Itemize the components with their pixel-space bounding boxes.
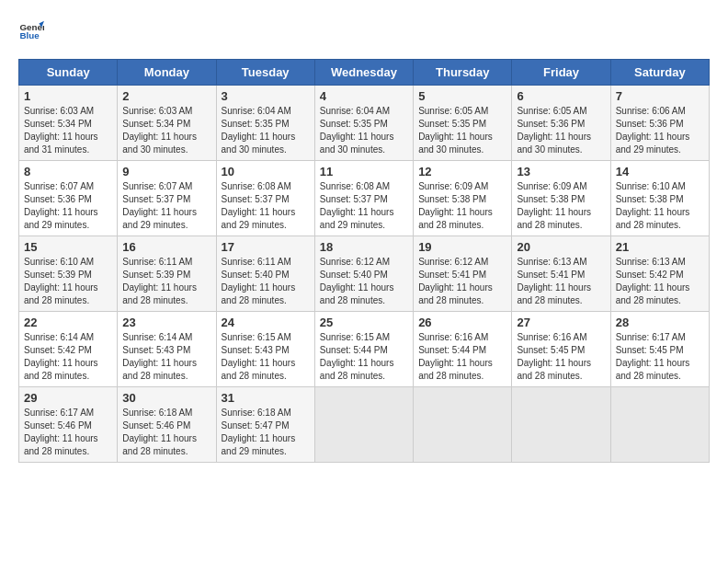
day-info: Sunrise: 6:12 AM Sunset: 5:40 PM Dayligh… xyxy=(320,256,408,307)
weekday-header: Sunday xyxy=(19,60,118,86)
day-info: Sunrise: 6:15 AM Sunset: 5:44 PM Dayligh… xyxy=(320,331,408,383)
day-number: 21 xyxy=(616,240,704,254)
calendar-cell: 28Sunrise: 6:17 AM Sunset: 5:45 PM Dayli… xyxy=(610,312,709,387)
day-info: Sunrise: 6:04 AM Sunset: 5:35 PM Dayligh… xyxy=(222,105,310,156)
calendar-cell: 12Sunrise: 6:09 AM Sunset: 5:38 PM Dayli… xyxy=(414,161,512,236)
day-number: 14 xyxy=(616,165,704,178)
day-info: Sunrise: 6:05 AM Sunset: 5:36 PM Dayligh… xyxy=(517,105,605,156)
calendar-cell: 19Sunrise: 6:12 AM Sunset: 5:41 PM Dayli… xyxy=(414,236,512,312)
calendar-cell: 2Sunrise: 6:03 AM Sunset: 5:34 PM Daylig… xyxy=(118,86,216,161)
day-info: Sunrise: 6:14 AM Sunset: 5:43 PM Dayligh… xyxy=(122,331,210,383)
day-number: 16 xyxy=(122,240,210,254)
calendar-body: 1Sunrise: 6:03 AM Sunset: 5:34 PM Daylig… xyxy=(19,86,710,463)
calendar-cell: 29Sunrise: 6:17 AM Sunset: 5:46 PM Dayli… xyxy=(19,387,118,463)
calendar-cell xyxy=(512,387,610,463)
day-info: Sunrise: 6:10 AM Sunset: 5:38 PM Dayligh… xyxy=(616,180,704,232)
calendar-cell: 15Sunrise: 6:10 AM Sunset: 5:39 PM Dayli… xyxy=(19,236,118,312)
day-number: 6 xyxy=(517,89,605,103)
weekday-header: Friday xyxy=(512,60,610,86)
day-number: 25 xyxy=(320,316,408,329)
day-number: 27 xyxy=(517,316,605,329)
calendar-cell: 21Sunrise: 6:13 AM Sunset: 5:42 PM Dayli… xyxy=(610,236,709,312)
day-info: Sunrise: 6:16 AM Sunset: 5:44 PM Dayligh… xyxy=(418,331,506,383)
day-info: Sunrise: 6:09 AM Sunset: 5:38 PM Dayligh… xyxy=(517,180,605,232)
day-number: 23 xyxy=(122,316,210,329)
day-number: 2 xyxy=(122,89,210,103)
day-info: Sunrise: 6:08 AM Sunset: 5:37 PM Dayligh… xyxy=(222,180,310,232)
calendar-cell: 9Sunrise: 6:07 AM Sunset: 5:37 PM Daylig… xyxy=(118,161,216,236)
day-info: Sunrise: 6:07 AM Sunset: 5:36 PM Dayligh… xyxy=(24,180,112,232)
day-number: 20 xyxy=(517,240,605,254)
calendar-table: SundayMondayTuesdayWednesdayThursdayFrid… xyxy=(18,59,710,463)
calendar-cell: 31Sunrise: 6:18 AM Sunset: 5:47 PM Dayli… xyxy=(216,387,314,463)
calendar-week-row: 1Sunrise: 6:03 AM Sunset: 5:34 PM Daylig… xyxy=(19,86,710,161)
day-number: 11 xyxy=(320,165,408,178)
calendar-week-row: 29Sunrise: 6:17 AM Sunset: 5:46 PM Dayli… xyxy=(19,387,710,463)
weekday-header: Wednesday xyxy=(314,60,413,86)
calendar-cell: 17Sunrise: 6:11 AM Sunset: 5:40 PM Dayli… xyxy=(216,236,314,312)
calendar-cell xyxy=(414,387,512,463)
day-number: 10 xyxy=(222,165,310,178)
calendar-cell: 5Sunrise: 6:05 AM Sunset: 5:35 PM Daylig… xyxy=(414,86,512,161)
calendar-cell: 13Sunrise: 6:09 AM Sunset: 5:38 PM Dayli… xyxy=(512,161,610,236)
logo-icon: General Blue xyxy=(18,18,44,44)
day-number: 22 xyxy=(24,316,112,329)
day-info: Sunrise: 6:18 AM Sunset: 5:47 PM Dayligh… xyxy=(222,407,310,458)
calendar-cell: 18Sunrise: 6:12 AM Sunset: 5:40 PM Dayli… xyxy=(314,236,413,312)
day-number: 15 xyxy=(24,240,112,254)
day-info: Sunrise: 6:03 AM Sunset: 5:34 PM Dayligh… xyxy=(24,105,112,156)
calendar-week-row: 8Sunrise: 6:07 AM Sunset: 5:36 PM Daylig… xyxy=(19,161,710,236)
calendar-cell: 7Sunrise: 6:06 AM Sunset: 5:36 PM Daylig… xyxy=(610,86,709,161)
calendar-cell: 10Sunrise: 6:08 AM Sunset: 5:37 PM Dayli… xyxy=(216,161,314,236)
day-info: Sunrise: 6:15 AM Sunset: 5:43 PM Dayligh… xyxy=(222,331,310,383)
day-info: Sunrise: 6:13 AM Sunset: 5:41 PM Dayligh… xyxy=(517,256,605,307)
day-info: Sunrise: 6:13 AM Sunset: 5:42 PM Dayligh… xyxy=(616,256,704,307)
day-info: Sunrise: 6:04 AM Sunset: 5:35 PM Dayligh… xyxy=(320,105,408,156)
svg-text:Blue: Blue xyxy=(19,30,40,40)
day-number: 19 xyxy=(418,240,506,254)
calendar-cell: 4Sunrise: 6:04 AM Sunset: 5:35 PM Daylig… xyxy=(314,86,413,161)
calendar-cell: 23Sunrise: 6:14 AM Sunset: 5:43 PM Dayli… xyxy=(118,312,216,387)
day-number: 4 xyxy=(320,89,408,103)
day-number: 8 xyxy=(24,165,112,178)
calendar-cell: 14Sunrise: 6:10 AM Sunset: 5:38 PM Dayli… xyxy=(610,161,709,236)
day-info: Sunrise: 6:17 AM Sunset: 5:46 PM Dayligh… xyxy=(24,407,112,458)
calendar-cell: 25Sunrise: 6:15 AM Sunset: 5:44 PM Dayli… xyxy=(314,312,413,387)
weekday-header: Monday xyxy=(118,60,216,86)
calendar-week-row: 15Sunrise: 6:10 AM Sunset: 5:39 PM Dayli… xyxy=(19,236,710,312)
day-info: Sunrise: 6:08 AM Sunset: 5:37 PM Dayligh… xyxy=(320,180,408,232)
day-number: 28 xyxy=(616,316,704,329)
day-info: Sunrise: 6:06 AM Sunset: 5:36 PM Dayligh… xyxy=(616,105,704,156)
calendar-cell: 3Sunrise: 6:04 AM Sunset: 5:35 PM Daylig… xyxy=(216,86,314,161)
day-number: 30 xyxy=(122,391,210,405)
calendar-cell: 6Sunrise: 6:05 AM Sunset: 5:36 PM Daylig… xyxy=(512,86,610,161)
calendar-cell xyxy=(314,387,413,463)
weekday-header: Saturday xyxy=(610,60,709,86)
calendar-cell: 20Sunrise: 6:13 AM Sunset: 5:41 PM Dayli… xyxy=(512,236,610,312)
calendar-week-row: 22Sunrise: 6:14 AM Sunset: 5:42 PM Dayli… xyxy=(19,312,710,387)
day-number: 18 xyxy=(320,240,408,254)
day-info: Sunrise: 6:11 AM Sunset: 5:40 PM Dayligh… xyxy=(222,256,310,307)
calendar-cell: 1Sunrise: 6:03 AM Sunset: 5:34 PM Daylig… xyxy=(19,86,118,161)
page-header: General Blue xyxy=(18,18,710,44)
weekday-header: Thursday xyxy=(414,60,512,86)
day-info: Sunrise: 6:18 AM Sunset: 5:46 PM Dayligh… xyxy=(122,407,210,458)
calendar-cell: 11Sunrise: 6:08 AM Sunset: 5:37 PM Dayli… xyxy=(314,161,413,236)
calendar-cell: 30Sunrise: 6:18 AM Sunset: 5:46 PM Dayli… xyxy=(118,387,216,463)
day-info: Sunrise: 6:07 AM Sunset: 5:37 PM Dayligh… xyxy=(122,180,210,232)
day-info: Sunrise: 6:10 AM Sunset: 5:39 PM Dayligh… xyxy=(24,256,112,307)
day-number: 7 xyxy=(616,89,704,103)
day-number: 12 xyxy=(418,165,506,178)
day-info: Sunrise: 6:17 AM Sunset: 5:45 PM Dayligh… xyxy=(616,331,704,383)
day-info: Sunrise: 6:05 AM Sunset: 5:35 PM Dayligh… xyxy=(418,105,506,156)
day-number: 31 xyxy=(222,391,310,405)
weekday-header: Tuesday xyxy=(216,60,314,86)
day-number: 9 xyxy=(122,165,210,178)
day-info: Sunrise: 6:16 AM Sunset: 5:45 PM Dayligh… xyxy=(517,331,605,383)
day-info: Sunrise: 6:03 AM Sunset: 5:34 PM Dayligh… xyxy=(122,105,210,156)
header-row: SundayMondayTuesdayWednesdayThursdayFrid… xyxy=(19,60,710,86)
day-number: 1 xyxy=(24,89,112,103)
logo: General Blue xyxy=(18,18,48,44)
day-info: Sunrise: 6:11 AM Sunset: 5:39 PM Dayligh… xyxy=(122,256,210,307)
calendar-cell: 26Sunrise: 6:16 AM Sunset: 5:44 PM Dayli… xyxy=(414,312,512,387)
